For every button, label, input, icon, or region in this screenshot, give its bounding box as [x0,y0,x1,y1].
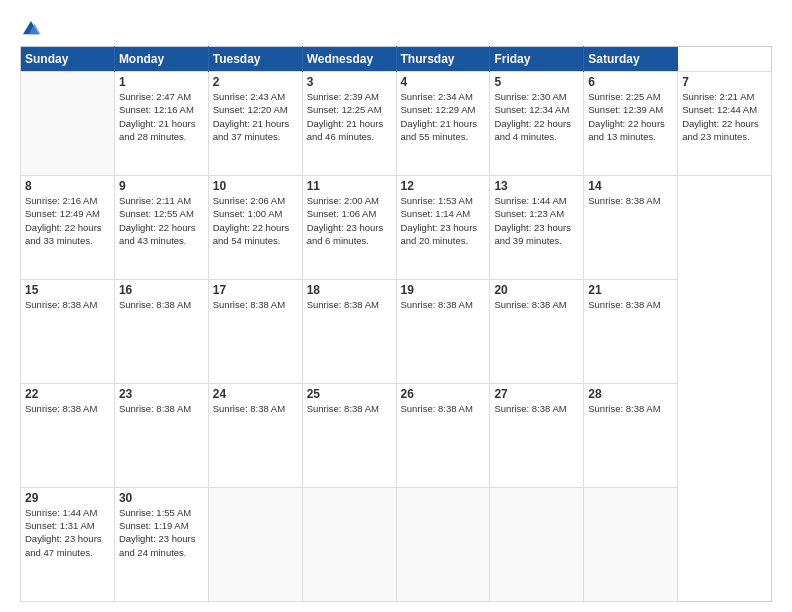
day-number: 29 [25,491,110,505]
day-number: 24 [213,387,298,401]
day-number: 23 [119,387,204,401]
day-number: 6 [588,75,673,89]
day-number: 30 [119,491,204,505]
header [20,18,772,40]
day-number: 13 [494,179,579,193]
calendar-day-cell [208,487,302,601]
calendar-day-cell: 20Sunrise: 8:38 AM [490,279,584,383]
day-info-text: Sunrise: 8:38 AM [588,298,673,311]
day-info-text: Sunrise: 1:55 AM Sunset: 1:19 AM Dayligh… [119,506,204,559]
calendar-day-cell: 13Sunrise: 1:44 AM Sunset: 1:23 AM Dayli… [490,175,584,279]
calendar-day-cell: 11Sunrise: 2:00 AM Sunset: 1:06 AM Dayli… [302,175,396,279]
day-number: 17 [213,283,298,297]
calendar-table: SundayMondayTuesdayWednesdayThursdayFrid… [20,46,772,602]
calendar-day-cell [21,72,115,176]
day-info-text: Sunrise: 2:06 AM Sunset: 1:00 AM Dayligh… [213,194,298,247]
day-number: 4 [401,75,486,89]
day-info-text: Sunrise: 8:38 AM [401,298,486,311]
day-number: 12 [401,179,486,193]
calendar-day-cell [584,487,678,601]
calendar-day-cell: 18Sunrise: 8:38 AM [302,279,396,383]
calendar-body: 1Sunrise: 2:47 AM Sunset: 12:16 AM Dayli… [21,72,772,602]
day-number: 20 [494,283,579,297]
day-info-text: Sunrise: 8:38 AM [213,402,298,415]
calendar-day-cell: 22Sunrise: 8:38 AM [21,383,115,487]
calendar-day-cell: 29Sunrise: 1:44 AM Sunset: 1:31 AM Dayli… [21,487,115,601]
calendar-day-cell: 23Sunrise: 8:38 AM [114,383,208,487]
calendar-day-cell: 5Sunrise: 2:30 AM Sunset: 12:34 AM Dayli… [490,72,584,176]
day-info-text: Sunrise: 2:47 AM Sunset: 12:16 AM Daylig… [119,90,204,143]
calendar-day-cell: 30Sunrise: 1:55 AM Sunset: 1:19 AM Dayli… [114,487,208,601]
calendar-day-cell: 15Sunrise: 8:38 AM [21,279,115,383]
calendar-day-cell [396,487,490,601]
calendar-day-cell [490,487,584,601]
day-info-text: Sunrise: 2:16 AM Sunset: 12:49 AM Daylig… [25,194,110,247]
day-number: 26 [401,387,486,401]
day-info-text: Sunrise: 8:38 AM [588,402,673,415]
calendar-week-row: 22Sunrise: 8:38 AM23Sunrise: 8:38 AM24Su… [21,383,772,487]
calendar-day-cell [302,487,396,601]
day-number: 14 [588,179,673,193]
calendar-day-cell: 8Sunrise: 2:16 AM Sunset: 12:49 AM Dayli… [21,175,115,279]
day-number: 10 [213,179,298,193]
day-info-text: Sunrise: 2:21 AM Sunset: 12:44 AM Daylig… [682,90,767,143]
day-number: 16 [119,283,204,297]
calendar-day-cell: 12Sunrise: 1:53 AM Sunset: 1:14 AM Dayli… [396,175,490,279]
day-info-text: Sunrise: 1:53 AM Sunset: 1:14 AM Dayligh… [401,194,486,247]
day-of-week-header: Thursday [396,47,490,72]
day-number: 27 [494,387,579,401]
calendar-day-cell: 21Sunrise: 8:38 AM [584,279,678,383]
calendar-day-cell: 1Sunrise: 2:47 AM Sunset: 12:16 AM Dayli… [114,72,208,176]
day-of-week-header: Friday [490,47,584,72]
calendar-week-row: 15Sunrise: 8:38 AM16Sunrise: 8:38 AM17Su… [21,279,772,383]
day-header-row: SundayMondayTuesdayWednesdayThursdayFrid… [21,47,772,72]
day-info-text: Sunrise: 8:38 AM [494,402,579,415]
calendar-week-row: 1Sunrise: 2:47 AM Sunset: 12:16 AM Dayli… [21,72,772,176]
page: SundayMondayTuesdayWednesdayThursdayFrid… [0,0,792,612]
day-number: 18 [307,283,392,297]
day-of-week-header: Tuesday [208,47,302,72]
calendar-day-cell: 19Sunrise: 8:38 AM [396,279,490,383]
day-info-text: Sunrise: 8:38 AM [119,298,204,311]
day-number: 2 [213,75,298,89]
day-info-text: Sunrise: 8:38 AM [25,298,110,311]
day-info-text: Sunrise: 8:38 AM [119,402,204,415]
day-number: 1 [119,75,204,89]
day-info-text: Sunrise: 8:38 AM [307,298,392,311]
calendar-day-cell: 10Sunrise: 2:06 AM Sunset: 1:00 AM Dayli… [208,175,302,279]
day-info-text: Sunrise: 8:38 AM [307,402,392,415]
day-info-text: Sunrise: 2:39 AM Sunset: 12:25 AM Daylig… [307,90,392,143]
calendar-week-row: 29Sunrise: 1:44 AM Sunset: 1:31 AM Dayli… [21,487,772,601]
calendar-day-cell: 24Sunrise: 8:38 AM [208,383,302,487]
calendar-day-cell: 16Sunrise: 8:38 AM [114,279,208,383]
day-number: 22 [25,387,110,401]
day-number: 25 [307,387,392,401]
day-info-text: Sunrise: 2:25 AM Sunset: 12:39 AM Daylig… [588,90,673,143]
day-info-text: Sunrise: 8:38 AM [25,402,110,415]
calendar-header: SundayMondayTuesdayWednesdayThursdayFrid… [21,47,772,72]
calendar-day-cell: 28Sunrise: 8:38 AM [584,383,678,487]
day-info-text: Sunrise: 2:00 AM Sunset: 1:06 AM Dayligh… [307,194,392,247]
day-number: 8 [25,179,110,193]
day-of-week-header: Sunday [21,47,115,72]
day-info-text: Sunrise: 2:30 AM Sunset: 12:34 AM Daylig… [494,90,579,143]
day-number: 28 [588,387,673,401]
day-number: 5 [494,75,579,89]
calendar-day-cell: 7Sunrise: 2:21 AM Sunset: 12:44 AM Dayli… [678,72,772,176]
logo [20,18,46,40]
calendar-day-cell: 9Sunrise: 2:11 AM Sunset: 12:55 AM Dayli… [114,175,208,279]
day-number: 3 [307,75,392,89]
calendar-day-cell: 25Sunrise: 8:38 AM [302,383,396,487]
day-number: 21 [588,283,673,297]
calendar-day-cell: 6Sunrise: 2:25 AM Sunset: 12:39 AM Dayli… [584,72,678,176]
logo-icon [20,18,42,40]
day-info-text: Sunrise: 8:38 AM [213,298,298,311]
calendar-day-cell: 26Sunrise: 8:38 AM [396,383,490,487]
calendar-day-cell: 2Sunrise: 2:43 AM Sunset: 12:20 AM Dayli… [208,72,302,176]
day-info-text: Sunrise: 1:44 AM Sunset: 1:31 AM Dayligh… [25,506,110,559]
day-info-text: Sunrise: 8:38 AM [401,402,486,415]
day-info-text: Sunrise: 2:43 AM Sunset: 12:20 AM Daylig… [213,90,298,143]
day-info-text: Sunrise: 1:44 AM Sunset: 1:23 AM Dayligh… [494,194,579,247]
calendar-day-cell: 14Sunrise: 8:38 AM [584,175,678,279]
calendar-day-cell: 3Sunrise: 2:39 AM Sunset: 12:25 AM Dayli… [302,72,396,176]
